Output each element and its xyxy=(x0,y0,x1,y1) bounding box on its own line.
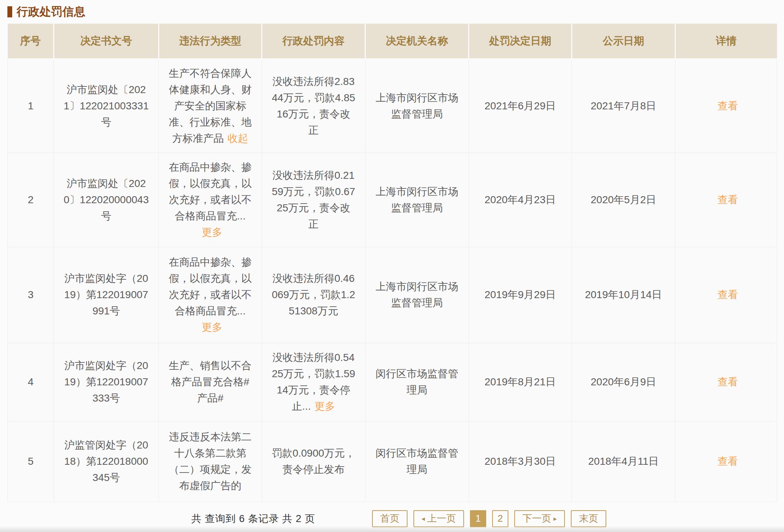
cell-doc-no: 沪市监闵处字（2019）第122019007991号 xyxy=(54,247,159,343)
header-violation-type: 违法行为类型 xyxy=(159,24,262,59)
pagination-summary: 共 查询到 6 条记录 共 2 页 xyxy=(191,512,315,525)
cell-detail: 查看 xyxy=(675,343,777,421)
cell-serial: 4 xyxy=(8,343,54,421)
section-title-row: 行政处罚信息 xyxy=(7,4,777,19)
cell-violation: 在商品中掺杂、掺假，以假充真，以次充好，或者以不合格商品冒充...更多 xyxy=(159,247,262,343)
next-page-button[interactable]: 下一页▸ xyxy=(514,510,565,527)
cell-detail: 查看 xyxy=(675,421,777,502)
cell-serial: 3 xyxy=(8,247,54,343)
violation-text: 在商品中掺杂、掺假，以假充真，以次充好，或者以不合格商品冒充... xyxy=(169,256,252,317)
cell-serial: 5 xyxy=(8,421,54,502)
cell-authority: 上海市闵行区市场监督管理局 xyxy=(365,59,469,153)
cell-doc-no: 沪市监闵处字（2019）第122019007333号 xyxy=(54,343,159,421)
cell-doc-no: 沪监管闵处字（2018）第122018000345号 xyxy=(54,421,159,502)
penalty-text: 没收违法所得0.2159万元，罚款0.6725万元，责令改正 xyxy=(272,170,355,230)
penalty-text: 没收违法所得0.46069万元，罚款1.251308万元 xyxy=(272,273,355,317)
detail-view-link[interactable]: 查看 xyxy=(717,194,738,205)
header-serial: 序号 xyxy=(8,24,54,59)
header-penalty-content: 行政处罚内容 xyxy=(262,24,365,59)
header-decision-date: 处罚决定日期 xyxy=(469,24,572,59)
next-page-label: 下一页 xyxy=(522,512,551,525)
page-container: 行政处罚信息 序号 决定书文号 违法行为类型 行政处罚内容 决定机关名称 处罚决… xyxy=(0,0,784,532)
penalty-more-link[interactable]: 更多 xyxy=(314,400,335,412)
table-row: 1 沪市监闵处〔2021〕122021003331号 生产不符合保障人体健康和人… xyxy=(8,59,777,153)
table-row: 4 沪市监闵处字（2019）第122019007333号 生产、销售以不合格产品… xyxy=(8,343,777,421)
cell-detail: 查看 xyxy=(675,153,777,247)
header-authority-name: 决定机关名称 xyxy=(365,24,469,59)
prev-arrow-icon: ◂ xyxy=(422,515,425,522)
title-marker xyxy=(7,6,12,17)
violation-text: 生产、销售以不合格产品冒充合格#产品# xyxy=(169,360,252,404)
page-number-2[interactable]: 2 xyxy=(492,510,508,527)
prev-page-label: 上一页 xyxy=(427,512,456,525)
cell-decision-date: 2019年8月21日 xyxy=(469,343,572,421)
cell-penalty: 罚款0.0900万元，责令停止发布 xyxy=(262,421,365,502)
cell-penalty: 没收违法所得0.46069万元，罚款1.251308万元 xyxy=(262,247,365,343)
cell-violation: 生产、销售以不合格产品冒充合格#产品# xyxy=(159,343,262,421)
page-number-1[interactable]: 1 xyxy=(470,510,486,527)
violation-collapse-link[interactable]: 收起 xyxy=(228,133,248,144)
cell-penalty: 没收违法所得2.8344万元，罚款4.8516万元，责令改正 xyxy=(262,59,365,153)
cell-penalty: 没收违法所得0.5425万元，罚款1.5914万元，责令停止...更多 xyxy=(262,343,365,421)
next-arrow-icon: ▸ xyxy=(553,515,557,522)
last-page-button[interactable]: 末页 xyxy=(571,510,606,527)
penalty-text: 罚款0.0900万元，责令停止发布 xyxy=(272,447,355,475)
cell-authority: 闵行区市场监督管理局 xyxy=(365,343,469,421)
cell-publish-date: 2019年10月14日 xyxy=(572,247,675,343)
violation-more-link[interactable]: 更多 xyxy=(202,226,222,238)
cell-decision-date: 2019年9月29日 xyxy=(469,247,572,343)
table-row: 3 沪市监闵处字（2019）第122019007991号 在商品中掺杂、掺假，以… xyxy=(8,247,777,343)
table-header-row: 序号 决定书文号 违法行为类型 行政处罚内容 决定机关名称 处罚决定日期 公示日… xyxy=(8,24,777,59)
penalty-table: 序号 决定书文号 违法行为类型 行政处罚内容 决定机关名称 处罚决定日期 公示日… xyxy=(7,24,777,502)
cell-violation: 在商品中掺杂、掺假，以假充真，以次充好，或者以不合格商品冒充...更多 xyxy=(159,153,262,247)
cell-violation: 生产不符合保障人体健康和人身、财产安全的国家标准、行业标准、地方标准产品收起 xyxy=(159,59,262,153)
cell-decision-date: 2020年4月23日 xyxy=(469,153,572,247)
cell-violation: 违反违反本法第二十八条第二款第（二）项规定，发布虚假广告的 xyxy=(159,421,262,502)
cell-doc-no: 沪市监闵处〔2020〕122020000043号 xyxy=(54,153,159,247)
table-row: 2 沪市监闵处〔2020〕122020000043号 在商品中掺杂、掺假，以假充… xyxy=(8,153,777,247)
detail-view-link[interactable]: 查看 xyxy=(717,100,738,112)
penalty-text: 没收违法所得0.5425万元，罚款1.5914万元，责令停止... xyxy=(272,352,355,412)
cell-serial: 1 xyxy=(8,59,54,153)
cell-doc-no: 沪市监闵处〔2021〕122021003331号 xyxy=(54,59,159,153)
cell-publish-date: 2021年7月8日 xyxy=(572,59,675,153)
cell-serial: 2 xyxy=(8,153,54,247)
cell-authority: 闵行区市场监督管理局 xyxy=(365,421,469,502)
violation-text: 违反违反本法第二十八条第二款第（二）项规定，发布虚假广告的 xyxy=(169,431,252,491)
detail-view-link[interactable]: 查看 xyxy=(717,456,738,467)
cell-penalty: 没收违法所得0.2159万元，罚款0.6725万元，责令改正 xyxy=(262,153,365,247)
detail-view-link[interactable]: 查看 xyxy=(717,289,738,300)
cell-authority: 上海市闵行区市场监督管理局 xyxy=(365,247,469,343)
first-page-button[interactable]: 首页 xyxy=(372,510,408,527)
table-row: 5 沪监管闵处字（2018）第122018000345号 违反违反本法第二十八条… xyxy=(8,421,777,502)
cell-detail: 查看 xyxy=(675,247,777,343)
header-publish-date: 公示日期 xyxy=(572,24,675,59)
violation-text: 在商品中掺杂、掺假，以假充真，以次充好，或者以不合格商品冒充... xyxy=(169,161,252,222)
cell-decision-date: 2021年6月29日 xyxy=(469,59,572,153)
cell-decision-date: 2018年3月30日 xyxy=(469,421,572,502)
pagination-buttons: 首页 ◂上一页 1 2 下一页▸ 末页 xyxy=(372,510,606,527)
header-detail: 详情 xyxy=(675,24,777,59)
cell-authority: 上海市闵行区市场监督管理局 xyxy=(365,153,469,247)
page-title: 行政处罚信息 xyxy=(17,4,85,19)
cell-detail: 查看 xyxy=(675,59,777,153)
cell-publish-date: 2018年4月11日 xyxy=(572,421,675,502)
bottom-edge-fade xyxy=(0,526,784,532)
header-doc-no: 决定书文号 xyxy=(54,24,159,59)
penalty-text: 没收违法所得2.8344万元，罚款4.8516万元，责令改正 xyxy=(272,76,355,136)
prev-page-button[interactable]: ◂上一页 xyxy=(413,510,464,527)
cell-publish-date: 2020年6月9日 xyxy=(572,343,675,421)
violation-more-link[interactable]: 更多 xyxy=(202,321,222,333)
detail-view-link[interactable]: 查看 xyxy=(717,376,738,388)
cell-publish-date: 2020年5月2日 xyxy=(572,153,675,247)
